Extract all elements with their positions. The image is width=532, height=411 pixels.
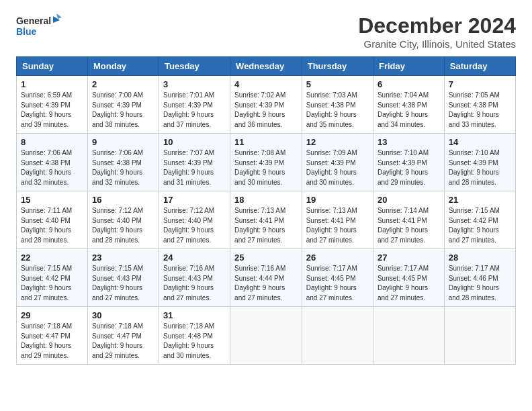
calendar-cell: 27Sunrise: 7:17 AMSunset: 4:45 PMDayligh… [373, 249, 444, 307]
day-info: Sunrise: 7:12 AMSunset: 4:40 PMDaylight:… [163, 206, 226, 245]
calendar-cell: 15Sunrise: 7:11 AMSunset: 4:40 PMDayligh… [17, 191, 88, 249]
day-info: Sunrise: 7:11 AMSunset: 4:40 PMDaylight:… [21, 206, 83, 245]
calendar-week-2: 8Sunrise: 7:06 AMSunset: 4:38 PMDaylight… [17, 134, 516, 191]
day-number: 2 [92, 79, 154, 89]
day-number: 5 [306, 79, 369, 89]
calendar-cell: 11Sunrise: 7:08 AMSunset: 4:39 PMDayligh… [230, 134, 302, 191]
calendar-week-4: 22Sunrise: 7:15 AMSunset: 4:42 PMDayligh… [17, 249, 516, 307]
day-info: Sunrise: 7:00 AMSunset: 4:39 PMDaylight:… [92, 91, 154, 130]
calendar-cell: 2Sunrise: 7:00 AMSunset: 4:39 PMDaylight… [87, 76, 159, 134]
calendar-cell: 7Sunrise: 7:05 AMSunset: 4:38 PMDaylight… [444, 76, 515, 134]
day-info: Sunrise: 7:18 AMSunset: 4:47 PMDaylight:… [21, 322, 83, 361]
svg-text:General: General [16, 15, 51, 26]
day-number: 17 [163, 195, 226, 205]
day-info: Sunrise: 7:01 AMSunset: 4:39 PMDaylight:… [163, 91, 226, 130]
day-number: 23 [92, 253, 154, 263]
day-info: Sunrise: 7:13 AMSunset: 4:41 PMDaylight:… [306, 206, 369, 245]
header-tuesday: Tuesday [159, 57, 230, 76]
day-info: Sunrise: 7:04 AMSunset: 4:38 PMDaylight:… [378, 91, 440, 130]
day-info: Sunrise: 7:15 AMSunset: 4:42 PMDaylight:… [449, 206, 511, 245]
calendar-cell: 17Sunrise: 7:12 AMSunset: 4:40 PMDayligh… [159, 191, 230, 249]
logo-icon: GeneralBlue [16, 13, 63, 39]
day-number: 9 [92, 137, 154, 147]
svg-text:Blue: Blue [16, 26, 37, 37]
day-info: Sunrise: 6:59 AMSunset: 4:39 PMDaylight:… [21, 91, 83, 130]
calendar-cell: 20Sunrise: 7:14 AMSunset: 4:41 PMDayligh… [373, 191, 444, 249]
calendar-cell: 3Sunrise: 7:01 AMSunset: 4:39 PMDaylight… [159, 76, 230, 134]
calendar-cell: 21Sunrise: 7:15 AMSunset: 4:42 PMDayligh… [444, 191, 515, 249]
day-info: Sunrise: 7:15 AMSunset: 4:42 PMDaylight:… [21, 264, 83, 303]
day-number: 7 [449, 79, 511, 89]
day-number: 6 [378, 79, 440, 89]
calendar-header-row: SundayMondayTuesdayWednesdayThursdayFrid… [17, 57, 516, 76]
calendar-cell: 19Sunrise: 7:13 AMSunset: 4:41 PMDayligh… [302, 191, 373, 249]
day-info: Sunrise: 7:06 AMSunset: 4:38 PMDaylight:… [92, 148, 154, 187]
day-info: Sunrise: 7:08 AMSunset: 4:39 PMDaylight:… [234, 148, 298, 187]
logo: GeneralBlue [16, 13, 63, 39]
calendar-cell: 8Sunrise: 7:06 AMSunset: 4:38 PMDaylight… [17, 134, 88, 191]
day-info: Sunrise: 7:07 AMSunset: 4:39 PMDaylight:… [163, 148, 226, 187]
calendar-cell: 14Sunrise: 7:10 AMSunset: 4:39 PMDayligh… [444, 134, 515, 191]
day-info: Sunrise: 7:10 AMSunset: 4:39 PMDaylight:… [449, 148, 511, 187]
day-number: 4 [234, 79, 298, 89]
calendar-cell [444, 307, 515, 365]
day-number: 28 [449, 253, 511, 263]
svg-marker-3 [56, 13, 62, 19]
calendar-cell: 23Sunrise: 7:15 AMSunset: 4:43 PMDayligh… [87, 249, 159, 307]
day-info: Sunrise: 7:18 AMSunset: 4:48 PMDaylight:… [163, 322, 226, 361]
day-number: 27 [378, 253, 440, 263]
day-info: Sunrise: 7:16 AMSunset: 4:43 PMDaylight:… [163, 264, 226, 303]
day-number: 18 [234, 195, 298, 205]
day-number: 29 [21, 310, 83, 320]
calendar-cell [373, 307, 444, 365]
calendar-cell: 25Sunrise: 7:16 AMSunset: 4:44 PMDayligh… [230, 249, 302, 307]
day-info: Sunrise: 7:15 AMSunset: 4:43 PMDaylight:… [92, 264, 154, 303]
day-info: Sunrise: 7:05 AMSunset: 4:38 PMDaylight:… [449, 91, 511, 130]
title-area: December 2024 Granite City, Illinois, Un… [358, 13, 516, 50]
calendar-cell: 18Sunrise: 7:13 AMSunset: 4:41 PMDayligh… [230, 191, 302, 249]
day-number: 10 [163, 137, 226, 147]
day-number: 30 [92, 310, 154, 320]
day-info: Sunrise: 7:10 AMSunset: 4:39 PMDaylight:… [378, 148, 440, 187]
page-subtitle: Granite City, Illinois, United States [358, 38, 516, 50]
day-number: 22 [21, 253, 83, 263]
calendar-cell: 9Sunrise: 7:06 AMSunset: 4:38 PMDaylight… [87, 134, 159, 191]
calendar-cell: 4Sunrise: 7:02 AMSunset: 4:39 PMDaylight… [230, 76, 302, 134]
calendar-cell: 16Sunrise: 7:12 AMSunset: 4:40 PMDayligh… [87, 191, 159, 249]
calendar-cell: 1Sunrise: 6:59 AMSunset: 4:39 PMDaylight… [17, 76, 88, 134]
day-number: 19 [306, 195, 369, 205]
day-number: 21 [449, 195, 511, 205]
day-info: Sunrise: 7:16 AMSunset: 4:44 PMDaylight:… [234, 264, 298, 303]
day-number: 8 [21, 137, 83, 147]
day-number: 15 [21, 195, 83, 205]
day-info: Sunrise: 7:03 AMSunset: 4:38 PMDaylight:… [306, 91, 369, 130]
page-header: GeneralBlue December 2024 Granite City, … [16, 13, 516, 50]
header-friday: Friday [373, 57, 444, 76]
calendar-cell: 22Sunrise: 7:15 AMSunset: 4:42 PMDayligh… [17, 249, 88, 307]
calendar-cell: 24Sunrise: 7:16 AMSunset: 4:43 PMDayligh… [159, 249, 230, 307]
day-number: 20 [378, 195, 440, 205]
day-info: Sunrise: 7:09 AMSunset: 4:39 PMDaylight:… [306, 148, 369, 187]
calendar-cell: 30Sunrise: 7:18 AMSunset: 4:47 PMDayligh… [87, 307, 159, 365]
day-number: 31 [163, 310, 226, 320]
day-number: 13 [378, 137, 440, 147]
calendar-cell: 12Sunrise: 7:09 AMSunset: 4:39 PMDayligh… [302, 134, 373, 191]
calendar-cell: 28Sunrise: 7:17 AMSunset: 4:46 PMDayligh… [444, 249, 515, 307]
day-number: 24 [163, 253, 226, 263]
day-info: Sunrise: 7:17 AMSunset: 4:45 PMDaylight:… [378, 264, 440, 303]
day-info: Sunrise: 7:14 AMSunset: 4:41 PMDaylight:… [378, 206, 440, 245]
day-number: 3 [163, 79, 226, 89]
header-saturday: Saturday [444, 57, 515, 76]
calendar-cell: 5Sunrise: 7:03 AMSunset: 4:38 PMDaylight… [302, 76, 373, 134]
day-number: 1 [21, 79, 83, 89]
day-number: 16 [92, 195, 154, 205]
calendar-cell: 13Sunrise: 7:10 AMSunset: 4:39 PMDayligh… [373, 134, 444, 191]
day-info: Sunrise: 7:02 AMSunset: 4:39 PMDaylight:… [234, 91, 298, 130]
day-number: 14 [449, 137, 511, 147]
calendar-cell: 26Sunrise: 7:17 AMSunset: 4:45 PMDayligh… [302, 249, 373, 307]
header-sunday: Sunday [17, 57, 88, 76]
calendar-cell: 29Sunrise: 7:18 AMSunset: 4:47 PMDayligh… [17, 307, 88, 365]
calendar-cell: 6Sunrise: 7:04 AMSunset: 4:38 PMDaylight… [373, 76, 444, 134]
day-info: Sunrise: 7:12 AMSunset: 4:40 PMDaylight:… [92, 206, 154, 245]
page-title: December 2024 [358, 13, 516, 38]
